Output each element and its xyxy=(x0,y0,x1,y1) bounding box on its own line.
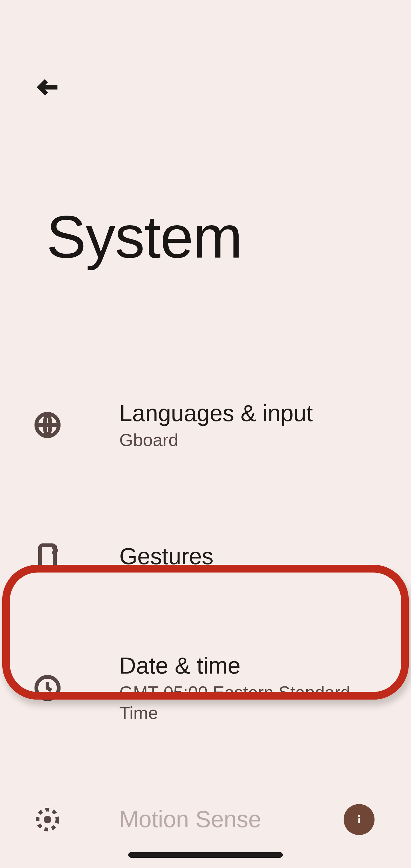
item-title: Gestures xyxy=(119,544,386,570)
item-subtitle: GMT-05:00 Eastern Standard Time xyxy=(119,682,386,723)
item-title: Date & time xyxy=(119,653,386,679)
svg-point-3 xyxy=(44,816,51,823)
item-languages-input[interactable]: Languages & input Gboard xyxy=(0,354,411,496)
item-title: Languages & input xyxy=(119,400,386,426)
clock-icon xyxy=(25,673,70,703)
status-bar xyxy=(0,0,411,48)
item-date-time[interactable]: Date & time GMT-05:00 Eastern Standard T… xyxy=(0,617,411,758)
arrow-left-icon xyxy=(35,74,62,100)
page-title: System xyxy=(22,114,389,354)
globe-icon xyxy=(25,410,70,440)
gesture-nav-pill[interactable] xyxy=(128,852,283,858)
item-title: Motion Sense xyxy=(119,806,294,833)
radar-icon xyxy=(25,805,70,835)
svg-rect-6 xyxy=(358,818,360,823)
phone-spark-icon xyxy=(25,541,70,571)
info-button[interactable] xyxy=(344,804,375,835)
info-icon xyxy=(350,811,368,828)
svg-point-7 xyxy=(358,815,360,817)
item-motion-sense[interactable]: Motion Sense xyxy=(0,758,411,868)
item-subtitle: Gboard xyxy=(119,430,386,450)
item-gestures[interactable]: Gestures xyxy=(0,496,411,617)
settings-list: Languages & input Gboard Gestures Date &… xyxy=(0,354,411,868)
back-button[interactable] xyxy=(22,61,75,114)
